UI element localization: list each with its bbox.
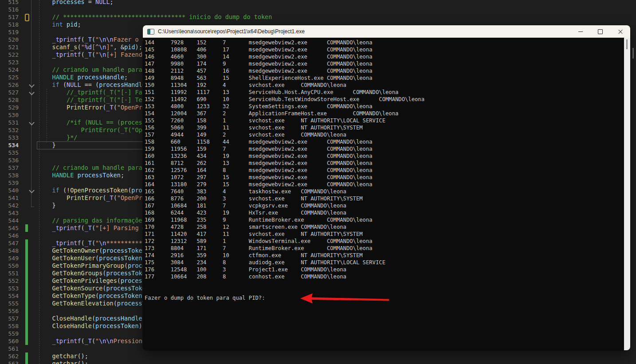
console-row: 147 9980 174 9 msedgewebview2.exe COMMAN… [145, 60, 624, 67]
console-row: 174 2916 359 10 ctfmon.exe NT AUTHORITY\… [145, 252, 624, 259]
console-blank-line [145, 287, 624, 294]
console-row: 146 4660 300 14 msedgewebview2.exe COMMA… [145, 53, 624, 60]
console-scrollbar[interactable] [624, 38, 630, 350]
code-line: getchar(); [38, 360, 636, 364]
console-row: 152 11492 690 10 ServiceHub.TestWindowSt… [145, 96, 624, 103]
code-line: // ********************************** in… [38, 13, 636, 21]
close-button[interactable] [610, 25, 630, 38]
console-window: C:\Users\leona\source\repos\Project1\x64… [143, 25, 630, 350]
fold-chevron-icon[interactable] [29, 120, 35, 125]
code-line: getchar(); [38, 352, 636, 360]
fold-chevron-icon[interactable] [29, 90, 35, 95]
console-row: 154 12004 367 2 ApplicationFrameHost.exe… [145, 110, 624, 117]
console-row: 171 11420 417 11 svchost.exe NT AUTHORIT… [145, 231, 624, 238]
fold-chevron-icon[interactable] [29, 82, 35, 88]
console-output[interactable]: 144 7928 152 7 msedgewebview2.exe COMMAN… [145, 39, 624, 350]
console-row: 162 12576 164 8 msedgewebview2.exe COMMA… [145, 167, 624, 174]
console-titlebar[interactable]: C:\Users\leona\source\repos\Project1\x64… [143, 25, 630, 38]
maximize-icon [598, 29, 603, 34]
console-row: 170 4728 258 12 smartscreen.exe COMMANDO… [145, 223, 624, 231]
console-row: 160 13236 434 19 msedgewebview2.exe COMM… [145, 153, 624, 160]
fold-chevron-icon[interactable] [29, 188, 35, 193]
screen: 5155165175185195205215225235245255265275… [0, 0, 636, 364]
console-row: 157 4944 149 2 svchost.exe COMMANDO\leon… [145, 131, 624, 138]
console-row: 172 12312 589 1 WindowsTerminal.exe COMM… [145, 238, 624, 245]
code-line: processes = NULL; [38, 0, 636, 6]
console-row: 177 10664 208 8 conhost.exe COMMANDO\leo… [145, 273, 624, 280]
code-line [38, 6, 636, 13]
console-row: 167 10684 181 7 vcpkgsrv.exe COMMANDO\le… [145, 202, 624, 209]
console-row: 168 6244 423 19 HxTsr.exe COMMANDO\leona [145, 209, 624, 216]
console-row: 148 2112 457 16 msedgewebview2.exe COMMA… [145, 67, 624, 74]
console-row: 150 11304 192 4 svchost.exe COMMANDO\leo… [145, 82, 624, 89]
maximize-button[interactable] [590, 25, 610, 38]
console-row: 158 660 1158 44 msedgewebview2.exe COMMA… [145, 138, 624, 145]
console-row: 156 5060 399 11 svchost.exe NT AUTHORITY… [145, 124, 624, 131]
console-row: 176 12548 100 3 Project1.exe COMMANDO\le… [145, 266, 624, 273]
console-row: 166 8776 200 3 svchost.exe NT AUTHORITY\… [145, 195, 624, 202]
console-title: C:\Users\leona\source\repos\Project1\x64… [158, 28, 305, 35]
console-scrollbar-thumb[interactable] [626, 39, 628, 49]
fold-column[interactable] [0, 0, 37, 364]
console-blank-line [145, 280, 624, 287]
console-app-icon [147, 29, 154, 35]
minimize-button[interactable] [570, 25, 590, 38]
console-row: 173 8804 171 7 RuntimeBroker.exe COMMAND… [145, 245, 624, 252]
console-row: 151 11992 1117 13 ServiceHub.Host.AnyCPU… [145, 89, 624, 96]
console-row: 165 7640 383 4 taskhostw.exe COMMANDO\le… [145, 188, 624, 195]
console-row: 175 3084 234 8 audiodg.exe NT AUTHORITY\… [145, 259, 624, 266]
minimize-icon [578, 31, 583, 32]
console-row: 145 10808 406 17 msedgewebview2.exe COMM… [145, 46, 624, 53]
editor-scrollbar-thumb[interactable] [632, 48, 634, 59]
console-row: 159 11956 159 7 msedgewebview2.exe COMMA… [145, 145, 624, 153]
editor-scrollbar[interactable] [630, 0, 636, 364]
console-row: 163 1072 297 15 msedgewebview2.exe COMMA… [145, 174, 624, 181]
console-row: 164 13180 279 15 msedgewebview2.exe COMM… [145, 181, 624, 188]
console-row: 149 8948 563 15 ShellExperienceHost.exe … [145, 74, 624, 82]
console-row: 144 7928 152 7 msedgewebview2.exe COMMAN… [145, 39, 624, 46]
console-row: 153 4800 1233 32 SystemSettings.exe COMM… [145, 103, 624, 110]
console-content[interactable]: 144 7928 152 7 msedgewebview2.exe COMMAN… [143, 38, 630, 350]
close-icon [618, 29, 623, 34]
console-row: 169 11968 235 9 RuntimeBroker.exe COMMAN… [145, 216, 624, 223]
console-prompt: Fazer o dump do token para qual PID?: [145, 294, 624, 301]
console-row: 155 7260 158 1 svchost.exe NT AUTHORITY\… [145, 117, 624, 124]
console-row: 161 8712 262 13 msedgewebview2.exe COMMA… [145, 160, 624, 167]
